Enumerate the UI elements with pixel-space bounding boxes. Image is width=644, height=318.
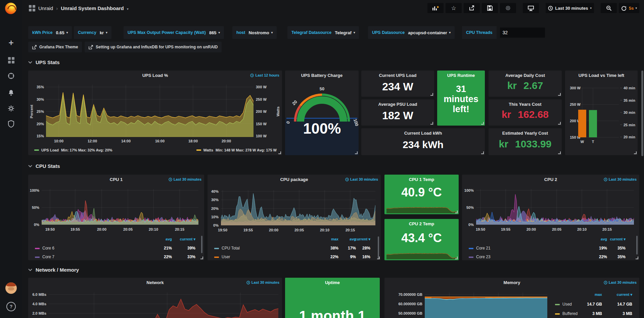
legend-series-name[interactable]: User xyxy=(222,255,230,259)
resize-handle[interactable] xyxy=(200,257,203,259)
legend-col-max[interactable]: max xyxy=(331,237,338,241)
resize-handle[interactable] xyxy=(430,122,433,125)
legend-series-name[interactable]: Core 6 xyxy=(42,246,54,251)
panel-title[interactable]: UPS Runtime xyxy=(437,73,485,78)
resize-handle[interactable] xyxy=(636,257,638,259)
legend-col-avg[interactable]: avg xyxy=(601,237,607,241)
cpu1-usage-chart[interactable]: 100%50%0%19:5019:5520:0020:0520:1020:15 xyxy=(28,175,204,260)
resize-handle[interactable] xyxy=(455,257,458,259)
dashboard-link-ups-monitoring[interactable]: Setting up Grafana and InfluxDB for UPS … xyxy=(85,42,222,52)
legend-col-current[interactable]: current ▾ xyxy=(355,237,370,241)
panel-estimated-yearly-cost: Estimated Yearly Cost kr1033.99 xyxy=(489,128,562,155)
panel-title[interactable]: Network xyxy=(28,280,282,285)
legend-scrollbar-thumb[interactable] xyxy=(636,236,638,255)
legend-col-avg[interactable]: avg xyxy=(166,237,172,241)
refresh-picker[interactable]: 5s ▾ xyxy=(619,3,639,13)
save-button[interactable] xyxy=(482,3,498,13)
panel-time-range[interactable]: Last 30 minutes xyxy=(246,280,279,284)
page-scrollbar-thumb[interactable] xyxy=(641,71,643,156)
legend-col-max[interactable]: max xyxy=(595,292,602,297)
resize-handle[interactable] xyxy=(558,93,561,96)
legend-series-name[interactable]: CPU Total xyxy=(222,246,240,251)
server-admin-shield-icon[interactable] xyxy=(4,117,18,131)
legend-col-current[interactable]: current ▾ xyxy=(617,292,632,297)
ups-load-chart[interactable]: 35%30%25%20%15%300 W250 W200 W150 W100 W… xyxy=(28,71,282,155)
panel-title[interactable]: CPU 1 Temp xyxy=(384,177,459,182)
section-ups-stats[interactable]: UPS Stats xyxy=(28,59,60,65)
panel-time-range[interactable]: Last 30 minutes xyxy=(604,280,637,284)
panel-time-range[interactable]: Last 30 minutes xyxy=(345,177,378,181)
section-cpu-stats[interactable]: CPU Stats xyxy=(28,163,60,169)
zoom-out-button[interactable] xyxy=(601,3,617,13)
panel-title[interactable]: CPU 2 Temp xyxy=(384,221,459,226)
resize-handle[interactable] xyxy=(481,151,484,154)
cpu-threads-input[interactable] xyxy=(500,28,545,38)
panel-title[interactable]: Average Daily Cost xyxy=(489,73,562,78)
dashboard-title[interactable]: Unraid System Dashboard xyxy=(61,5,124,11)
legend-series-name[interactable]: Core 7 xyxy=(42,255,54,259)
add-panel-button[interactable] xyxy=(427,3,444,13)
resize-handle[interactable] xyxy=(558,122,561,125)
share-button[interactable] xyxy=(464,3,480,13)
panel-title[interactable]: Current Load kWh xyxy=(361,131,485,136)
cycle-view-monitor-icon[interactable] xyxy=(523,3,539,13)
panel-time-range[interactable]: Last 12 hours xyxy=(250,73,279,77)
help-icon[interactable]: ? xyxy=(4,300,18,313)
variable-value-dropdown[interactable]: Telegraf▾ xyxy=(335,30,355,35)
create-icon[interactable]: + xyxy=(4,36,18,49)
star-button[interactable]: ☆ xyxy=(446,3,462,13)
explore-icon[interactable] xyxy=(4,69,18,83)
legend-col-current[interactable]: current ▾ xyxy=(610,237,626,241)
panel-title[interactable]: This Years Cost xyxy=(489,102,562,107)
variable-value-dropdown[interactable]: 865▾ xyxy=(209,30,220,35)
grafana-logo-icon[interactable] xyxy=(4,2,17,15)
dashboard-grid-icon[interactable] xyxy=(29,5,35,11)
svg-text:16:00: 16:00 xyxy=(155,139,165,143)
dashboard-link-plex-theme[interactable]: Grafana Plex Theme xyxy=(28,42,82,52)
legend-series-name[interactable]: Core 21 xyxy=(476,246,491,251)
chevron-down-icon[interactable]: ▾ xyxy=(635,6,637,10)
resize-handle[interactable] xyxy=(481,122,484,125)
legend-col-current[interactable]: current ▾ xyxy=(180,237,195,241)
variable-value-dropdown[interactable]: apcupsd-container▾ xyxy=(408,30,451,35)
section-network-memory[interactable]: Network / Memory xyxy=(28,267,79,273)
resize-handle[interactable] xyxy=(278,151,281,154)
panel-time-range[interactable]: Last 30 minutes xyxy=(169,177,201,181)
legend-item-ups-load[interactable]: UPS LoadMin: 17% Max: 32% Avg: 20% xyxy=(34,148,112,152)
variable-ups-max-output: UPS Max Output Power Capacity (Watt) 865… xyxy=(124,26,224,39)
variable-value-dropdown[interactable]: Nostromo▾ xyxy=(248,30,273,35)
legend-series-name[interactable]: Buffered xyxy=(562,311,578,316)
legend-item-watts[interactable]: WattsMin: 148 W Max: 278 W Avg: 175 W xyxy=(196,148,277,152)
svg-text:19:55: 19:55 xyxy=(71,227,80,231)
panel-title[interactable]: Uptime xyxy=(285,280,380,285)
dashboard-settings-gear-icon[interactable] xyxy=(500,3,516,13)
panel-title[interactable]: Memory xyxy=(384,280,639,285)
legend-series-name[interactable]: Core 23 xyxy=(476,255,491,259)
chevron-down-icon[interactable]: ▾ xyxy=(127,7,129,11)
panel-title[interactable]: Average PSU Load xyxy=(361,102,434,107)
user-avatar[interactable] xyxy=(4,281,18,295)
resize-handle[interactable] xyxy=(558,151,561,154)
time-range-picker[interactable]: Last 30 minutes ▾ xyxy=(546,3,594,13)
panel-title[interactable]: Estimated Yearly Cost xyxy=(489,131,562,136)
resize-handle[interactable] xyxy=(377,257,380,259)
dashboards-icon[interactable] xyxy=(4,53,18,67)
refresh-interval-label[interactable]: 5s xyxy=(629,6,634,11)
resize-handle[interactable] xyxy=(455,211,458,213)
resize-handle[interactable] xyxy=(634,151,637,154)
panel-title[interactable]: UPS Load vs Time left xyxy=(565,73,638,78)
resize-handle[interactable] xyxy=(355,151,358,154)
alerting-bell-icon[interactable] xyxy=(4,86,18,99)
panel-title[interactable]: UPS Battery Charge xyxy=(285,73,359,78)
variable-value-dropdown[interactable]: kr▾ xyxy=(100,30,107,35)
legend-scrollbar-thumb[interactable] xyxy=(378,236,379,259)
configuration-gear-icon[interactable] xyxy=(4,102,18,115)
breadcrumb-app[interactable]: Unraid xyxy=(38,5,53,11)
variable-value-dropdown[interactable]: 0.65▾ xyxy=(56,30,68,35)
resize-handle[interactable] xyxy=(430,93,433,96)
legend-scrollbar-thumb[interactable] xyxy=(201,236,202,253)
panel-time-range[interactable]: Last 30 minutes xyxy=(604,177,637,181)
legend-series-name[interactable]: Used xyxy=(562,302,572,307)
panel-title[interactable]: Current UPS Load xyxy=(361,73,434,78)
panel-title[interactable]: UPS Load % xyxy=(28,73,282,78)
